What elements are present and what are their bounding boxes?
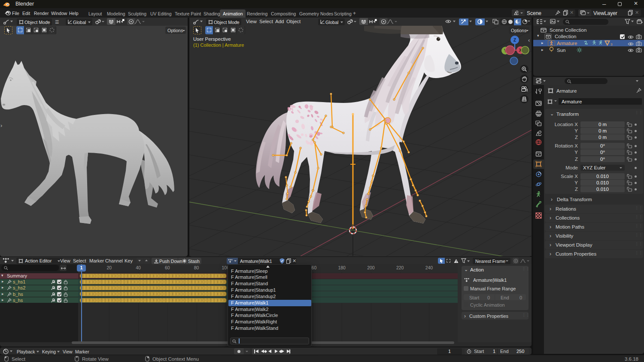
svg-text:Z: Z: [513, 38, 516, 42]
